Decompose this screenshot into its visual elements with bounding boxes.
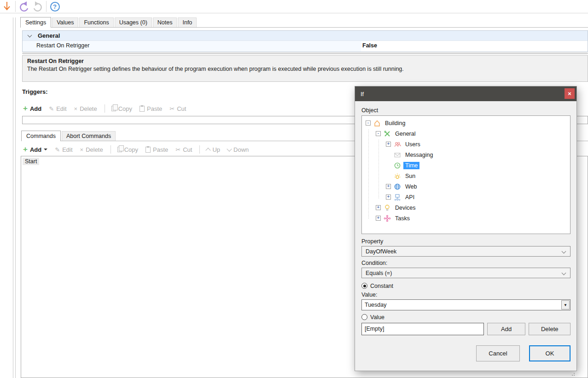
ok-button[interactable]: OK (529, 345, 571, 361)
constant-value-combobox[interactable]: Tuesday ▼ (361, 299, 571, 310)
dialog-body: Object - Building - General + Users (355, 107, 576, 378)
tab-abort-commands[interactable]: Abort Commands (62, 131, 116, 141)
radio-selected-icon (361, 283, 367, 289)
cancel-button[interactable]: Cancel (476, 345, 520, 361)
trigger-add-button[interactable]: + Add (23, 105, 41, 112)
tree-expander[interactable]: - (376, 131, 381, 136)
paste-icon (140, 106, 145, 112)
splitter-line[interactable] (15, 17, 16, 378)
toolbar-separator (199, 145, 200, 154)
tab-values[interactable]: Values (52, 17, 78, 27)
value-list-field[interactable]: [Empty] (361, 323, 484, 335)
copy-icon (111, 106, 116, 111)
condition-combobox-value: Equals (=) (366, 270, 392, 276)
command-copy-button[interactable]: Copy (117, 146, 138, 153)
splitter-line[interactable] (13, 17, 13, 378)
general-section-header[interactable]: General (23, 31, 588, 41)
condition-combobox[interactable]: Equals (=) (361, 268, 571, 278)
property-value[interactable]: False (361, 41, 588, 52)
if-dialog: If × Object - Building - General + (355, 86, 577, 371)
trigger-paste-button[interactable]: Paste (140, 105, 162, 112)
value-radio[interactable]: Value (361, 314, 571, 321)
commands-toolbar: + Add ✎ Edit × Delete Copy Paste ✂ Cut U… (23, 144, 256, 155)
tree-expander[interactable]: + (376, 205, 381, 210)
tree-item-devices[interactable]: + Devices (362, 202, 570, 213)
chevron-down-icon (562, 249, 566, 254)
resize-grip[interactable] (574, 375, 575, 376)
tree-item-users[interactable]: + Users (362, 139, 570, 149)
web-icon (394, 183, 401, 190)
object-label: Object (361, 107, 571, 114)
command-up-button[interactable]: Up (206, 146, 220, 153)
pencil-icon: ✎ (55, 146, 60, 153)
description-text: The Restart On Retrigger setting defines… (27, 66, 583, 72)
tree-expander[interactable]: + (386, 184, 391, 189)
tab-notes[interactable]: Notes (153, 17, 177, 27)
tree-item-web[interactable]: + Web (362, 181, 570, 192)
dialog-titlebar[interactable]: If × (355, 86, 576, 101)
description-title: Restart On Retrigger (27, 58, 583, 64)
tree-expander[interactable]: + (376, 216, 381, 221)
x-icon: × (80, 146, 84, 153)
command-add-button[interactable]: + Add (23, 146, 47, 153)
command-cut-button[interactable]: ✂ Cut (175, 146, 192, 153)
redo-icon[interactable] (31, 0, 45, 12)
chevron-down-icon (562, 271, 566, 275)
property-combobox[interactable]: DayOfWeek (361, 246, 571, 257)
trigger-delete-button[interactable]: × Delete (74, 105, 97, 112)
triggers-heading: Triggers: (22, 88, 48, 95)
help-icon[interactable]: ? (48, 0, 62, 12)
property-combobox-value: DayOfWeek (366, 248, 396, 255)
command-paste-button[interactable]: Paste (146, 146, 168, 153)
command-down-button[interactable]: Down (227, 146, 249, 153)
trigger-copy-button[interactable]: Copy (111, 105, 132, 112)
delete-value-button[interactable]: Delete (529, 323, 571, 335)
undo-icon[interactable] (17, 0, 31, 12)
general-icon (384, 130, 391, 137)
trigger-cut-button[interactable]: ✂ Cut (169, 105, 186, 112)
tree-item-building[interactable]: - Building (362, 118, 570, 128)
property-row-restart-on-retrigger[interactable]: Restart On Retrigger False (23, 41, 588, 52)
tree-expander[interactable]: + (386, 195, 391, 200)
tab-info[interactable]: Info (178, 17, 197, 27)
top-toolbar: ? (0, 0, 588, 13)
chevron-down-icon (227, 146, 232, 151)
object-tree[interactable]: - Building - General + Users Messaging (361, 115, 571, 234)
plus-icon: + (23, 105, 28, 112)
sun-icon (394, 172, 401, 180)
command-edit-button[interactable]: ✎ Edit (55, 146, 72, 153)
x-icon: × (74, 105, 78, 112)
tree-item-api[interactable]: + API (362, 192, 570, 202)
toolbar-separator (46, 1, 47, 12)
tree-item-general[interactable]: - General (362, 128, 570, 139)
trigger-edit-button[interactable]: ✎ Edit (49, 105, 66, 112)
plus-icon: + (23, 146, 28, 153)
tab-usages[interactable]: Usages (0) (115, 17, 152, 27)
tab-commands[interactable]: Commands (21, 131, 61, 141)
tree-expander[interactable]: + (386, 142, 391, 147)
command-delete-button[interactable]: × Delete (80, 146, 103, 153)
grid-splitter-bar[interactable] (22, 52, 588, 54)
tab-functions[interactable]: Functions (79, 17, 113, 27)
command-item-start[interactable]: Start (23, 158, 39, 165)
tab-settings[interactable]: Settings (20, 17, 51, 28)
property-label: Property (361, 238, 571, 245)
devices-icon (384, 204, 391, 212)
settings-property-grid: General Restart On Retrigger False (22, 30, 588, 52)
constant-radio[interactable]: Constant (361, 282, 571, 289)
tree-item-tasks[interactable]: + Tasks (362, 213, 570, 223)
chevron-up-icon (206, 148, 211, 153)
tree-item-sun[interactable]: Sun (362, 171, 570, 181)
tree-item-time[interactable]: Time (362, 160, 570, 171)
tree-item-messaging[interactable]: Messaging (362, 149, 570, 160)
users-icon (394, 141, 401, 148)
tasks-icon (384, 215, 391, 222)
messaging-icon (394, 151, 401, 159)
add-value-button[interactable]: Add (487, 323, 526, 335)
tree-expander[interactable]: - (366, 120, 371, 126)
dropdown-button[interactable]: ▼ (561, 300, 570, 309)
radio-unselected-icon (361, 314, 367, 320)
close-icon[interactable]: × (565, 88, 575, 99)
down-arrow-icon[interactable] (0, 0, 14, 12)
scissors-icon: ✂ (169, 105, 175, 112)
